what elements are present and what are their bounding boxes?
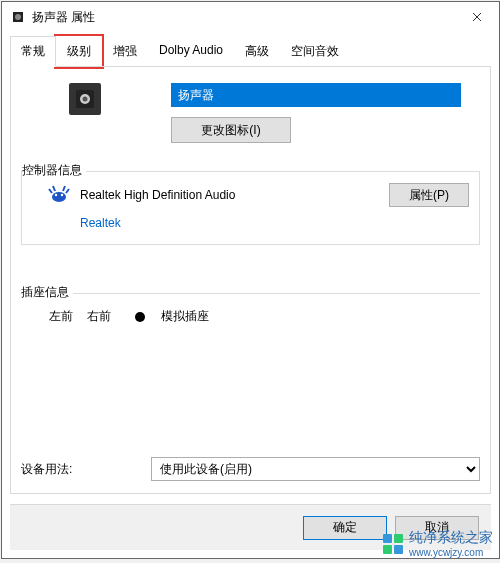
tab-label: 空间音效 bbox=[291, 44, 339, 58]
watermark-logo-icon bbox=[383, 534, 403, 554]
svg-point-7 bbox=[61, 194, 63, 196]
app-icon bbox=[10, 9, 26, 25]
controller-row: Realtek High Definition Audio 属性(P) bbox=[32, 182, 469, 208]
window-title: 扬声器 属性 bbox=[32, 9, 95, 26]
usage-row: 设备用法: 使用此设备(启用) bbox=[21, 457, 480, 481]
watermark: 纯净系统之家 www.ycwjzy.com bbox=[383, 529, 493, 558]
usage-label: 设备用法: bbox=[21, 461, 151, 478]
svg-point-5 bbox=[52, 192, 66, 202]
usage-select[interactable]: 使用此设备(启用) bbox=[151, 457, 480, 481]
tab-strip: 常规 级别 增强 Dolby Audio 高级 空间音效 bbox=[2, 32, 499, 67]
controller-fieldset: 控制器信息 Realtek High Definition Audio 属性(P… bbox=[21, 171, 480, 245]
close-button[interactable] bbox=[454, 2, 499, 32]
tab-label: 增强 bbox=[113, 44, 137, 58]
jack-left-label: 左前 bbox=[49, 308, 73, 325]
watermark-brand: 纯净系统之家 bbox=[409, 529, 493, 547]
jack-row: 左前 右前 模拟插座 bbox=[31, 308, 470, 325]
controller-legend: 控制器信息 bbox=[22, 162, 86, 179]
dialog-window: 扬声器 属性 常规 级别 增强 Dolby Audio 高级 空间音效 更改图标… bbox=[1, 1, 500, 559]
tab-dolby[interactable]: Dolby Audio bbox=[148, 36, 234, 67]
tab-levels[interactable]: 级别 bbox=[56, 36, 102, 67]
controller-properties-button[interactable]: 属性(P) bbox=[389, 183, 469, 207]
controller-name: Realtek High Definition Audio bbox=[80, 188, 235, 202]
tab-label: 常规 bbox=[21, 44, 45, 58]
controller-provider[interactable]: Realtek bbox=[80, 216, 469, 230]
svg-point-1 bbox=[15, 14, 21, 20]
watermark-text: 纯净系统之家 www.ycwjzy.com bbox=[409, 529, 493, 558]
tab-spatial[interactable]: 空间音效 bbox=[280, 36, 350, 67]
ok-button[interactable]: 确定 bbox=[303, 516, 387, 540]
svg-point-6 bbox=[55, 194, 57, 196]
realtek-icon bbox=[46, 182, 72, 208]
jack-dot-icon bbox=[135, 312, 145, 322]
device-right: 更改图标(I) bbox=[171, 83, 480, 143]
tab-enhancements[interactable]: 增强 bbox=[102, 36, 148, 67]
tab-advanced[interactable]: 高级 bbox=[234, 36, 280, 67]
device-name-input[interactable] bbox=[171, 83, 461, 107]
speaker-icon[interactable] bbox=[69, 83, 101, 115]
change-icon-button[interactable]: 更改图标(I) bbox=[171, 117, 291, 143]
tab-label: 高级 bbox=[245, 44, 269, 58]
tab-label: 级别 bbox=[67, 44, 91, 58]
jack-type-label: 模拟插座 bbox=[161, 308, 209, 325]
tab-general[interactable]: 常规 bbox=[10, 36, 56, 67]
jack-right-label: 右前 bbox=[87, 308, 111, 325]
jack-fieldset: 插座信息 左前 右前 模拟插座 bbox=[21, 293, 480, 339]
tab-panel-general: 更改图标(I) 控制器信息 Realtek High Definition Au… bbox=[10, 66, 491, 494]
svg-point-4 bbox=[83, 97, 88, 102]
watermark-url: www.ycwjzy.com bbox=[409, 547, 493, 558]
titlebar: 扬声器 属性 bbox=[2, 2, 499, 32]
device-row: 更改图标(I) bbox=[21, 83, 480, 143]
jack-legend: 插座信息 bbox=[21, 284, 73, 301]
tab-label: Dolby Audio bbox=[159, 43, 223, 57]
